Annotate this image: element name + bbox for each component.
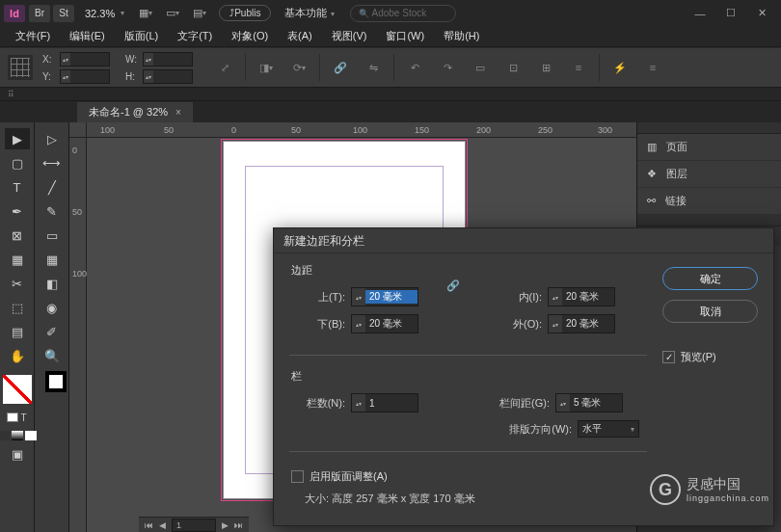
pencil-tool[interactable]: ✎: [40, 200, 65, 222]
gradient-swatch-tool[interactable]: ◧: [40, 273, 65, 294]
panel-pages[interactable]: ▥页面: [637, 134, 781, 161]
top-field[interactable]: ▴▾20 毫米: [351, 287, 418, 306]
ruler-origin[interactable]: [69, 122, 87, 138]
apply-none-icon[interactable]: [25, 431, 37, 440]
cancel-button[interactable]: 取消: [662, 300, 758, 323]
effects-icon[interactable]: ▭: [468, 55, 493, 80]
reference-point[interactable]: [8, 55, 33, 80]
stock-button[interactable]: St: [53, 5, 74, 22]
screen-mode-icon[interactable]: ▭▾: [163, 5, 182, 22]
direct-selection-tool[interactable]: ▷: [40, 128, 65, 149]
corner-icon[interactable]: ⊡: [500, 55, 525, 80]
workspace-switcher[interactable]: 基本功能 ▾: [284, 6, 334, 20]
selection-tool[interactable]: ▶: [5, 128, 30, 149]
align-icon[interactable]: ≡: [566, 55, 591, 80]
measure-tool[interactable]: ▦: [40, 249, 65, 270]
panel-menu-icon[interactable]: ≡: [640, 55, 665, 80]
scale-x-icon[interactable]: ◨ ▾: [254, 55, 279, 80]
zoom-level[interactable]: 32.3% ▾: [85, 8, 124, 19]
view-mode-tool[interactable]: ▣: [5, 443, 30, 465]
x-label: X:: [42, 54, 56, 65]
arrange-icon[interactable]: ▤▾: [190, 5, 209, 22]
view-options-icon[interactable]: ▦▾: [136, 5, 155, 22]
inside-label: 内(I):: [488, 290, 542, 305]
menu-table[interactable]: 表(A): [287, 29, 312, 43]
bottom-field[interactable]: ▴▾20 毫米: [351, 314, 418, 333]
vertical-ruler[interactable]: 0 50 100: [69, 138, 87, 532]
columns-group-label: 栏: [291, 369, 645, 384]
bridge-button[interactable]: Br: [29, 5, 50, 22]
menu-help[interactable]: 帮助(H): [444, 29, 479, 43]
count-label: 栏数(N):: [291, 396, 345, 411]
x-field[interactable]: ▴▾: [60, 52, 110, 66]
search-stock[interactable]: Adobe Stock: [350, 5, 456, 22]
menu-object[interactable]: 对象(O): [231, 29, 268, 43]
gradient-feather-tool[interactable]: ◉: [40, 297, 65, 318]
rectangle-tool[interactable]: ▭: [40, 225, 65, 246]
preview-label: 预览(P): [681, 350, 716, 364]
menu-type[interactable]: 文字(T): [177, 29, 212, 43]
menu-file[interactable]: 文件(F): [15, 29, 50, 43]
w-field[interactable]: ▴▾: [143, 52, 193, 66]
panel-layers[interactable]: ❖图层: [637, 161, 781, 188]
gap-tool[interactable]: ⟷: [40, 152, 65, 173]
page-tool[interactable]: ▢: [5, 152, 30, 173]
flip-h-icon[interactable]: ⇋: [361, 55, 386, 80]
publish-button[interactable]: ⤴ Publis: [219, 5, 271, 21]
default-colors-icon[interactable]: [7, 412, 18, 422]
layout-adjust-checkbox[interactable]: [291, 470, 304, 483]
menu-edit[interactable]: 编辑(E): [69, 29, 105, 43]
toolbox-right: ▷ ⟷ ╱ ✎ ▭ ▦ ◧ ◉ ✐ 🔍: [35, 122, 69, 532]
document-tab[interactable]: 未命名-1 @ 32%×: [77, 102, 193, 122]
apply-gradient-icon[interactable]: [12, 431, 23, 440]
menu-view[interactable]: 视图(V): [332, 29, 367, 43]
line-tool[interactable]: ╱: [40, 176, 65, 198]
last-page-icon[interactable]: ⏭: [234, 520, 243, 530]
stroke-swatch[interactable]: [45, 371, 67, 392]
count-field[interactable]: ▴▾1: [351, 393, 418, 412]
y-field[interactable]: ▴▾: [60, 69, 110, 84]
zoom-tool[interactable]: 🔍: [40, 345, 65, 366]
next-page-icon[interactable]: ▶: [222, 520, 229, 530]
hand-tool[interactable]: ✋: [5, 345, 30, 366]
dialog-title: 新建边距和分栏: [274, 228, 773, 253]
first-page-icon[interactable]: ⏮: [145, 520, 153, 530]
undo-icon[interactable]: ↶: [402, 55, 427, 80]
inside-field[interactable]: ▴▾20 毫米: [548, 287, 615, 306]
horizontal-ruler[interactable]: 100 50 0 50 100 150 200 250 300: [87, 122, 636, 138]
pen-tool[interactable]: ✒: [5, 200, 30, 222]
free-transform-tool[interactable]: ⬚: [5, 297, 30, 318]
maximize-button[interactable]: ☐: [719, 5, 742, 22]
eyedropper-tool[interactable]: ✐: [40, 321, 65, 342]
note-tool[interactable]: ▤: [5, 321, 30, 342]
type-tool[interactable]: T: [5, 176, 30, 198]
outside-field[interactable]: ▴▾20 毫米: [548, 314, 615, 333]
close-button[interactable]: ✕: [750, 5, 773, 22]
apply-color-icon[interactable]: [0, 431, 10, 440]
prev-page-icon[interactable]: ◀: [159, 520, 166, 530]
preview-checkbox[interactable]: [662, 351, 675, 363]
link-icon[interactable]: 🔗: [328, 55, 353, 80]
drag-handle-icon[interactable]: ⠿: [8, 90, 16, 99]
redo-icon[interactable]: ↷: [435, 55, 460, 80]
rectangle-frame-tool[interactable]: ⊠: [5, 225, 30, 246]
menu-window[interactable]: 窗口(W): [386, 29, 424, 43]
close-tab-icon[interactable]: ×: [175, 107, 181, 118]
page-number-field[interactable]: 1: [172, 519, 216, 532]
quick-apply-icon[interactable]: ⚡: [607, 55, 633, 80]
layout-adjust-label: 启用版面调整(A): [310, 469, 388, 484]
direction-select[interactable]: 水平▾: [578, 420, 639, 438]
fill-swatch[interactable]: [3, 375, 32, 404]
h-field[interactable]: ▴▾: [143, 69, 193, 84]
minimize-button[interactable]: ―: [688, 5, 712, 22]
menu-layout[interactable]: 版面(L): [124, 29, 158, 43]
constrain-icon[interactable]: ⤢: [212, 55, 237, 80]
grid-tool[interactable]: ▦: [5, 249, 30, 270]
panel-links[interactable]: ⚯链接: [637, 188, 781, 215]
rotate-icon[interactable]: ⟳ ▾: [286, 55, 311, 80]
link-margins-icon[interactable]: 🔗: [445, 268, 461, 303]
scissors-tool[interactable]: ✂: [5, 273, 30, 294]
gutter-field[interactable]: ▴▾5 毫米: [555, 393, 623, 412]
ok-button[interactable]: 确定: [662, 267, 758, 290]
fit-icon[interactable]: ⊞: [533, 55, 558, 80]
